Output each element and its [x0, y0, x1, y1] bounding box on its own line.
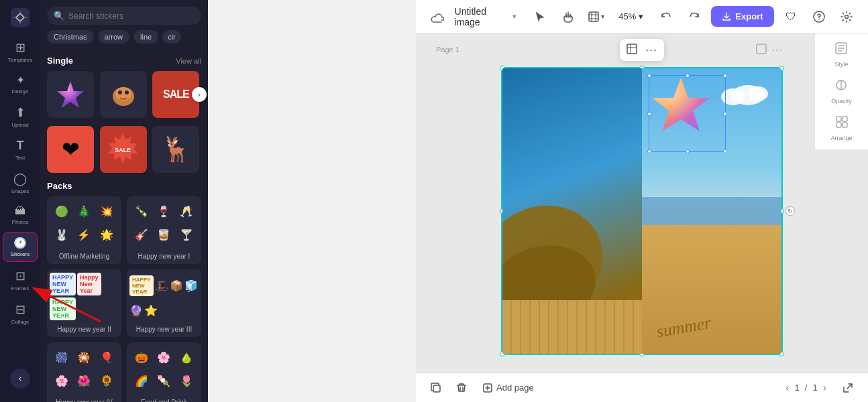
pack-happy-new-year-2[interactable]: HAPPYNEWYEAR HappyNewYear HAPPYNEWYEAR H… — [47, 269, 121, 337]
prev-page-button[interactable]: ‹ — [785, 382, 789, 394]
pack-happy-new-year-3[interactable]: HAPPYNEWYEAR 🎩📦 🧊🔮⭐ Happy new year III — [127, 269, 201, 337]
tag-line[interactable]: line — [133, 30, 158, 44]
canvas-frame[interactable]: ↻ Tort — [501, 67, 783, 355]
pointer-tool-button[interactable] — [530, 5, 551, 28]
sticker-tiger[interactable] — [100, 71, 147, 118]
sidebar-item-text[interactable]: T Text — [3, 135, 38, 165]
single-section-header: Single View all — [47, 56, 201, 66]
page-context-more[interactable]: ··· — [772, 44, 783, 56]
svg-point-6 — [125, 90, 129, 94]
opacity-panel-tab[interactable]: Opacity — [831, 78, 852, 105]
pack-food-drink[interactable]: 🎃🌸🍐 🌈🍡🌷 Food and Drink — [127, 342, 201, 402]
shapes-icon: ◯ — [13, 172, 27, 186]
star-sticker-selection[interactable] — [649, 75, 726, 152]
sidebar-item-design[interactable]: ✦ Design — [3, 70, 38, 98]
search-icon: 🔍 — [54, 11, 64, 21]
sidebar-item-templates[interactable]: ⊞ Templates — [3, 36, 38, 67]
wooden-deck — [502, 300, 642, 354]
sticker-sale-burst[interactable]: SALE — [100, 126, 147, 173]
pack-happy-new-year-4-label: Happy new year IV — [47, 396, 121, 402]
star-handle-tm[interactable] — [686, 74, 690, 78]
tag-more[interactable]: cir — [162, 30, 181, 44]
tag-arrow[interactable]: arrow — [98, 30, 130, 44]
sidebar-item-collage[interactable]: ⊟ Collage — [3, 298, 38, 329]
tag-christmas[interactable]: Christmas — [47, 30, 94, 44]
frame-context-more[interactable]: ··· — [645, 43, 657, 57]
frame-context-menu: ··· — [620, 39, 664, 61]
frame-tool-button[interactable]: ▾ — [586, 5, 607, 28]
stickers-panel: 🔍 Christmas arrow line cir Single View a… — [40, 0, 208, 402]
opacity-icon — [834, 78, 848, 95]
search-bar[interactable]: 🔍 — [47, 7, 201, 25]
help-icon[interactable] — [808, 5, 830, 28]
add-page-button[interactable]: Add page — [478, 380, 539, 395]
arrange-icon — [835, 115, 849, 132]
cloud-save-icon — [427, 5, 448, 28]
zoom-control[interactable]: 45% ▾ — [613, 9, 649, 24]
pack-offline-marketing[interactable]: 🟢🎄💥 🐰⚡🌟 Offline Marketing — [47, 196, 121, 264]
canvas-frame-container: ··· ··· — [501, 67, 783, 355]
star-handle-bm[interactable] — [686, 149, 690, 153]
svg-point-11 — [818, 19, 820, 20]
document-title[interactable]: Untitled image ▾ — [455, 6, 517, 27]
shield-icon[interactable]: 🛡 — [781, 5, 802, 28]
collage-icon: ⊟ — [15, 302, 25, 317]
text-icon: T — [17, 139, 24, 153]
sidebar-bottom: ‹ — [10, 368, 30, 395]
design-icon: ✦ — [16, 74, 25, 86]
sidebar-item-shapes[interactable]: ◯ Shapes — [3, 168, 38, 198]
export-button[interactable]: Export — [711, 6, 773, 27]
hand-tool-button[interactable] — [557, 5, 579, 28]
sidebar-item-stickers[interactable]: 🕐 Stickers — [3, 232, 38, 262]
duplicate-page-icon[interactable] — [427, 379, 445, 397]
pack-happy-new-year-1[interactable]: 🍾🍷🥂 🎸🥃🍸 Happy new year I — [127, 196, 201, 264]
pack-offline-marketing-label: Offline Marketing — [47, 250, 121, 264]
tag-row: Christmas arrow line cir — [40, 30, 208, 49]
search-input[interactable] — [68, 11, 195, 21]
next-page-button[interactable]: › — [823, 382, 826, 394]
frame-context-icon1[interactable] — [627, 44, 637, 56]
sidebar-item-photos[interactable]: 🏔 Photos — [3, 201, 38, 229]
svg-marker-17 — [652, 78, 710, 131]
style-panel-tab[interactable]: Style — [834, 42, 848, 68]
star-handle-tl[interactable] — [647, 74, 651, 78]
redo-button[interactable] — [684, 5, 705, 28]
star-handle-ml[interactable] — [647, 112, 651, 116]
svg-rect-25 — [843, 123, 847, 127]
page-current: 1 — [795, 383, 800, 393]
single-section-title: Single — [47, 56, 73, 66]
svg-rect-13 — [627, 44, 637, 54]
sidebar-item-frames[interactable]: ⊡ Frames — [3, 265, 38, 295]
star-handle-bl[interactable] — [647, 149, 651, 153]
single-sticker-row2: ❤ SALE 🦌 — [47, 126, 201, 173]
image-right-panel: summer — [642, 68, 781, 354]
canvas-image: Tort — [502, 68, 781, 354]
expand-icon[interactable] — [838, 379, 857, 397]
main-area: Untitled image ▾ ▾ 45% ▾ — [208, 0, 868, 402]
svg-marker-1 — [57, 81, 84, 108]
delete-page-icon[interactable] — [452, 379, 471, 397]
canvas-area: Page 1 ··· · — [416, 34, 868, 402]
pack-happy-new-year-4[interactable]: 🎆🎇🎈 🌸🌺🌻 Happy new year IV — [47, 342, 121, 402]
sticker-row1-next[interactable]: › — [192, 87, 207, 102]
pack-hn2-icons: HAPPYNEWYEAR HappyNewYear HAPPYNEWYEAR — [47, 269, 121, 323]
rotation-handle[interactable]: ↻ — [785, 206, 795, 216]
sidebar-collapse-button[interactable]: ‹ — [10, 368, 30, 389]
star-handle-tr[interactable] — [723, 74, 727, 78]
single-sticker-row1: SALE › — [47, 71, 201, 118]
pack-happy-new-year-3-label: Happy new year III — [127, 323, 201, 337]
page-context-icon1[interactable] — [756, 44, 767, 56]
sticker-heart[interactable]: ❤ — [47, 126, 94, 173]
view-all-single[interactable]: View all — [176, 57, 201, 65]
sticker-reindeer[interactable]: 🦌 — [152, 126, 199, 173]
star-handle-br[interactable] — [723, 149, 727, 153]
star-handle-mr[interactable] — [723, 112, 727, 116]
sidebar-item-upload[interactable]: ⬆ Upload — [3, 101, 38, 132]
undo-button[interactable] — [655, 5, 677, 28]
svg-text:summer: summer — [655, 313, 713, 342]
top-bar: Untitled image ▾ ▾ 45% ▾ — [416, 0, 868, 34]
arrange-panel-tab[interactable]: Arrange — [830, 115, 852, 141]
svg-point-5 — [118, 90, 122, 94]
settings-icon[interactable] — [836, 5, 858, 28]
sticker-purple-star[interactable] — [47, 71, 94, 118]
